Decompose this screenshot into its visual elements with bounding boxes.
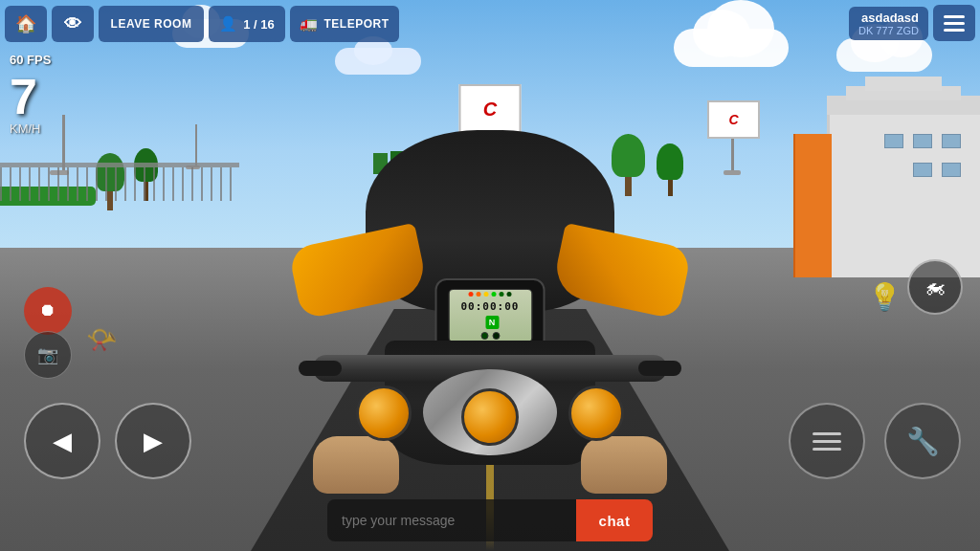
gear-indicator: N — [485, 316, 499, 329]
speed-unit: KM/H — [10, 121, 41, 136]
speed-value: 7 — [10, 72, 41, 121]
truck-icon: 🚛 — [300, 15, 319, 33]
players-icon: 👤 — [219, 15, 237, 33]
player-info: asdadasd DK 777 ZGD — [849, 7, 928, 40]
right-arrow-icon: ▶ — [144, 427, 163, 456]
teleport-button[interactable]: 🚛 TELEPORT — [290, 6, 399, 42]
moto-icon: 🏍 — [924, 275, 946, 299]
chat-button-label: chat — [599, 513, 631, 529]
player-tag: DK 777 ZGD — [858, 25, 919, 36]
home-button[interactable]: 🏠 — [5, 6, 47, 42]
player-name: asdadasd — [858, 11, 919, 25]
chat-input[interactable] — [327, 499, 576, 541]
wrench-icon: 🔧 — [906, 426, 940, 457]
fence-top — [0, 163, 239, 167]
knob-left — [356, 386, 412, 441]
record-button[interactable]: ⏺ — [24, 287, 72, 335]
fps-value: 60 FPS — [10, 53, 51, 67]
leave-room-label: LEAVE ROOM — [111, 17, 192, 31]
eye-icon: 👁 — [64, 14, 81, 34]
cloud-4 — [335, 48, 421, 75]
billboard-center: C — [459, 84, 522, 134]
fps-display: 60 FPS — [10, 53, 51, 67]
players-button[interactable]: 👤 1 / 16 — [209, 6, 285, 42]
menu-line-2 — [944, 22, 965, 25]
left-arrow-icon: ◀ — [53, 427, 72, 456]
menu-line-1 — [944, 15, 965, 18]
video-button[interactable]: 📷 — [24, 331, 72, 379]
beam-icon: 💡 — [868, 282, 902, 312]
knob-right — [568, 386, 624, 441]
game-canvas: C C — [0, 0, 980, 551]
home-icon: 🏠 — [15, 13, 36, 34]
menu-line-3 — [944, 29, 965, 32]
nav-left-button[interactable]: ◀ — [24, 403, 100, 479]
nav-right-button[interactable]: ▶ — [115, 403, 191, 479]
knob-center — [461, 388, 519, 446]
top-right-area: asdadasd DK 777 ZGD — [849, 5, 975, 41]
bottom-menu-button[interactable] — [789, 403, 865, 479]
view-button[interactable]: 👁 — [52, 6, 94, 42]
beam-button[interactable]: 💡 — [868, 281, 902, 313]
menu-line-a — [813, 432, 841, 435]
menu-line-b — [813, 440, 841, 443]
fence-left — [0, 167, 239, 201]
teleport-label: TELEPORT — [324, 17, 390, 31]
hand-left — [313, 436, 399, 494]
moto-icon-button[interactable]: 🏍 — [907, 259, 963, 315]
settings-button[interactable]: 🔧 — [884, 403, 961, 479]
record-icon: ⏺ — [39, 300, 56, 320]
motorcycle: 00:00:00 N — [260, 130, 720, 513]
players-count: 1 / 16 — [243, 17, 275, 32]
chat-button[interactable]: chat — [576, 499, 653, 541]
video-icon: 📷 — [37, 344, 58, 365]
hand-right — [581, 436, 667, 494]
horn-icon: 📯 — [86, 325, 117, 354]
top-bar: 🏠 👁 LEAVE ROOM 👤 1 / 16 🚛 TELEPORT — [0, 0, 980, 48]
dashboard-time: 00:00:00 — [461, 300, 520, 313]
chat-bar: chat — [327, 499, 653, 541]
menu-line-c — [813, 448, 841, 451]
leave-room-button[interactable]: LEAVE ROOM — [99, 6, 204, 42]
menu-button[interactable] — [933, 5, 975, 41]
speed-display: 7 KM/H — [10, 72, 41, 136]
horn-button[interactable]: 📯 — [86, 325, 117, 355]
